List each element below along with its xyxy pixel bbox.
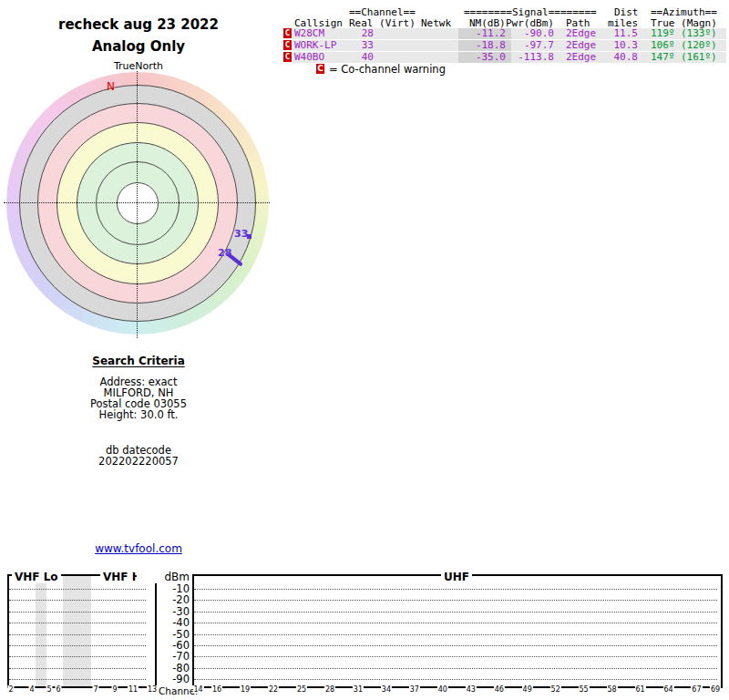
cell-miles: 11.5 — [596, 28, 638, 39]
cell-pwr: -97.7 — [506, 40, 554, 51]
radar-north-axis-label: TrueNorth — [0, 60, 277, 72]
channel-tick-61: 61 — [634, 685, 645, 694]
table-row: CWORK-LP33-18.8-97.72Edge10.3106º(120º) — [293, 40, 726, 51]
channel-tick-64: 64 — [662, 685, 673, 694]
dbm-axis-title: dBm — [137, 571, 190, 583]
cell-magn: (120º) — [681, 40, 722, 51]
tvfool-link[interactable]: www.tvfool.com — [95, 542, 182, 555]
channel-tick-55: 55 — [579, 685, 590, 694]
gridline--90 — [194, 679, 717, 680]
channel-tick-58: 58 — [606, 685, 617, 694]
cell-nm: -18.8 — [460, 40, 506, 51]
channel-tick-14: 14 — [192, 685, 203, 694]
gridline--40 — [9, 623, 146, 623]
co-channel-legend: = Co-channel warning — [329, 63, 446, 76]
channel-tick-31: 31 — [353, 685, 364, 694]
gridline--20 — [194, 600, 717, 601]
channel-axis-title: Channel — [159, 685, 195, 696]
cell-nm: -35.0 — [460, 52, 506, 63]
search-height-line: Height: 30.0 ft. — [0, 409, 277, 420]
cell-miles: 40.8 — [596, 52, 638, 63]
gridline--10 — [9, 589, 146, 590]
gridline--50 — [9, 634, 146, 635]
cell-true: 119º — [651, 28, 678, 39]
channel-tick-34: 34 — [381, 685, 392, 694]
gridline--20 — [9, 600, 146, 601]
co-channel-flag-icon: C — [283, 52, 292, 62]
page-subtitle: Analog Only — [0, 38, 277, 55]
channel-tick-25: 25 — [296, 685, 307, 694]
gridline--30 — [9, 612, 146, 612]
channel-tick-22: 22 — [268, 685, 279, 694]
site-link-row: www.tvfool.com — [0, 539, 277, 556]
cell-true: 147º — [651, 52, 678, 63]
channel-tick-19: 19 — [240, 685, 251, 694]
gridline--10 — [194, 589, 717, 590]
gridline--70 — [9, 656, 146, 657]
gridline--60 — [194, 645, 717, 646]
cell-nm: -11.2 — [460, 28, 506, 39]
page-title: recheck aug 23 2022 — [0, 16, 277, 33]
channel-tick-2: 2 — [7, 685, 14, 694]
radar-center-circle — [117, 182, 159, 224]
channel-tick-7: 7 — [92, 685, 98, 694]
db-datecode-value: 202202220057 — [0, 456, 277, 467]
dbm-tick--90: -90 — [137, 673, 190, 685]
cell-magn: (133º) — [681, 28, 722, 39]
channel-tick-28: 28 — [324, 685, 335, 694]
channel-tick-49: 49 — [522, 685, 533, 694]
channel-tick-13: 13 — [147, 685, 158, 694]
cell-real: 40 — [338, 52, 374, 63]
gridline--40 — [194, 623, 717, 623]
cell-pwr: -113.8 — [506, 52, 554, 63]
channel-tick-52: 52 — [550, 685, 561, 694]
table-row: CW28CM28-11.2-90.02Edge11.5119º(133º) — [293, 28, 726, 39]
co-channel-flag-icon: C — [283, 40, 292, 50]
channel-tick-9: 9 — [111, 685, 118, 694]
channel-tick-5: 5 — [46, 685, 52, 694]
cell-magn: (161º) — [681, 52, 722, 63]
table-row: CW40BO40-35.0-113.82Edge40.8147º(161º) — [293, 52, 726, 63]
gridline--70 — [194, 656, 717, 657]
cell-true: 106º — [651, 40, 678, 51]
cell-real: 28 — [338, 28, 374, 39]
channel-tick-6: 6 — [55, 685, 61, 694]
co-channel-flag-icon: C — [283, 28, 292, 38]
co-channel-flag-icon: C — [316, 64, 324, 74]
channel-tick-46: 46 — [494, 685, 505, 694]
radar-marker-dot-33 — [247, 234, 252, 239]
channel-tick-37: 37 — [409, 685, 420, 694]
gridline--90 — [9, 679, 146, 680]
radar-vertical-crosshair — [137, 71, 138, 338]
channel-tick-4: 4 — [28, 685, 35, 694]
signal-spectrum-chart: VHF Lo VHF Hi UHF dBm -10-20-30-40-50-60… — [0, 570, 729, 700]
channel-tick-69: 69 — [710, 685, 721, 694]
search-criteria-heading: Search Criteria — [0, 355, 277, 367]
channel-tick-11: 11 — [128, 685, 139, 694]
uhf-label: UHF — [441, 571, 472, 583]
cell-miles: 10.3 — [596, 40, 638, 51]
channel-tick-40: 40 — [437, 685, 448, 694]
cell-pwr: -90.0 — [506, 28, 554, 39]
gridline--80 — [9, 668, 146, 669]
channel-tick-43: 43 — [466, 685, 477, 694]
north-indicator: N — [107, 80, 115, 93]
vhf-lo-label: VHF Lo — [12, 571, 61, 583]
gridline--30 — [194, 612, 717, 612]
uhf-panel-frame — [192, 574, 723, 688]
gridline--50 — [194, 634, 717, 635]
channel-tick-67: 67 — [691, 685, 702, 694]
cell-real: 33 — [338, 40, 374, 51]
channel-tick-16: 16 — [211, 685, 222, 694]
vhf-panel-frame — [7, 574, 157, 688]
gridline--80 — [194, 668, 717, 669]
gridline--60 — [9, 645, 146, 646]
